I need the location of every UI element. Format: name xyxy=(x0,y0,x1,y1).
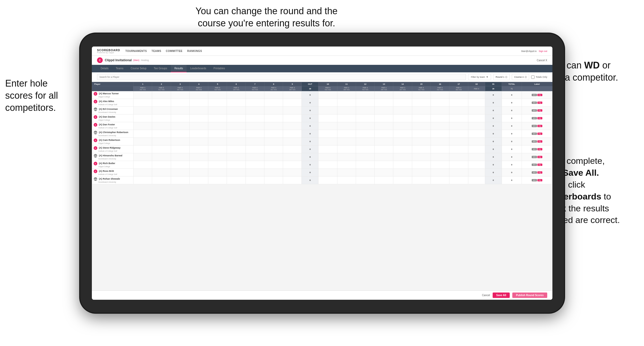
hole-2-input[interactable] xyxy=(152,99,171,107)
hole-13-input[interactable] xyxy=(375,107,393,114)
hole-17-input[interactable] xyxy=(449,138,468,145)
dq-button[interactable]: DQ xyxy=(537,109,542,112)
hole-17-input[interactable] xyxy=(449,169,468,176)
hole-6-input[interactable] xyxy=(227,114,246,122)
hole-6-input[interactable] xyxy=(227,138,246,145)
hole-8-input[interactable] xyxy=(264,169,283,176)
hole-2-input[interactable] xyxy=(152,114,171,122)
hole-15-input[interactable] xyxy=(412,122,431,130)
hole-11-input[interactable] xyxy=(337,138,356,145)
hole-6-input[interactable] xyxy=(227,91,246,99)
hole-9-input[interactable] xyxy=(283,91,302,99)
hole-14-input[interactable] xyxy=(393,169,412,176)
hole-6-input[interactable] xyxy=(227,169,246,176)
hole-2-input[interactable] xyxy=(152,161,171,169)
hole-9-input[interactable] xyxy=(283,107,302,114)
hole-5-input[interactable] xyxy=(208,91,227,99)
hole-14-input[interactable] xyxy=(393,107,412,114)
hole-2-input[interactable] xyxy=(152,130,171,138)
hole-3-input[interactable] xyxy=(171,153,189,161)
hole-18-input[interactable] xyxy=(468,91,485,99)
hole-18-input[interactable] xyxy=(468,114,485,122)
hole-12-input[interactable] xyxy=(356,122,374,130)
hole-1-input[interactable] xyxy=(134,114,152,122)
hole-17-input[interactable] xyxy=(449,161,468,169)
hole-6-input[interactable] xyxy=(227,161,246,169)
hole-3-input[interactable] xyxy=(171,161,189,169)
hole-8-input[interactable] xyxy=(264,176,283,184)
hole-16-input[interactable] xyxy=(431,91,449,99)
hole-18-input[interactable] xyxy=(468,138,485,145)
hole-2-input[interactable] xyxy=(152,122,171,130)
hole-13-input[interactable] xyxy=(375,138,393,145)
hole-6-input[interactable] xyxy=(227,153,246,161)
hole-13-input[interactable] xyxy=(375,176,393,184)
hole-3-input[interactable] xyxy=(171,99,189,107)
hole-8-input[interactable] xyxy=(264,114,283,122)
hole-11-input[interactable] xyxy=(337,176,356,184)
hole-5-input[interactable] xyxy=(208,99,227,107)
hole-2-input[interactable] xyxy=(152,145,171,153)
search-input[interactable] xyxy=(97,74,466,80)
hole-3-input[interactable] xyxy=(171,107,189,114)
hole-14-input[interactable] xyxy=(393,145,412,153)
hole-11-input[interactable] xyxy=(337,161,356,169)
sign-out-link[interactable]: Sign out xyxy=(539,50,547,52)
hole-5-input[interactable] xyxy=(208,176,227,184)
hole-10-input[interactable] xyxy=(319,122,337,130)
hole-7-input[interactable] xyxy=(246,176,264,184)
hole-7-input[interactable] xyxy=(246,91,264,99)
hole-5-input[interactable] xyxy=(208,122,227,130)
dq-button[interactable]: DQ xyxy=(537,133,542,135)
hole-16-input[interactable] xyxy=(431,114,449,122)
tab-results[interactable]: Results xyxy=(171,65,187,72)
hole-6-input[interactable] xyxy=(227,122,246,130)
hole-15-input[interactable] xyxy=(412,176,431,184)
hole-12-input[interactable] xyxy=(356,169,374,176)
hole-2-input[interactable] xyxy=(152,176,171,184)
hole-8-input[interactable] xyxy=(264,107,283,114)
hole-11-input[interactable] xyxy=(337,91,356,99)
hole-6-input[interactable] xyxy=(227,99,246,107)
nav-tournaments[interactable]: TOURNAMENTS xyxy=(125,50,147,52)
hole-12-input[interactable] xyxy=(356,145,374,153)
hole-13-input[interactable] xyxy=(375,161,393,169)
hole-10-input[interactable] xyxy=(319,153,337,161)
hole-4-input[interactable] xyxy=(189,138,208,145)
hole-10-input[interactable] xyxy=(319,91,337,99)
hole-13-input[interactable] xyxy=(375,145,393,153)
hole-15-input[interactable] xyxy=(412,99,431,107)
hole-9-input[interactable] xyxy=(283,176,302,184)
hole-11-input[interactable] xyxy=(337,169,356,176)
hole-13-input[interactable] xyxy=(375,114,393,122)
hole-9-input[interactable] xyxy=(283,130,302,138)
wd-button[interactable]: WD xyxy=(532,164,537,166)
hole-1-input[interactable] xyxy=(134,122,152,130)
wd-button[interactable]: WD xyxy=(532,102,537,104)
wd-button[interactable]: WD xyxy=(532,94,537,96)
hole-18-input[interactable] xyxy=(468,99,485,107)
dq-button[interactable]: DQ xyxy=(537,125,542,127)
hole-10-input[interactable] xyxy=(319,145,337,153)
totals-only-toggle[interactable]: Totals Only xyxy=(531,75,547,79)
wd-button[interactable]: WD xyxy=(532,179,537,181)
hole-11-input[interactable] xyxy=(337,107,356,114)
hole-16-input[interactable] xyxy=(431,161,449,169)
hole-8-input[interactable] xyxy=(264,153,283,161)
hole-15-input[interactable] xyxy=(412,161,431,169)
hole-9-input[interactable] xyxy=(283,122,302,130)
hole-18-input[interactable] xyxy=(468,122,485,130)
hole-14-input[interactable] xyxy=(393,153,412,161)
wd-button[interactable]: WD xyxy=(532,133,537,135)
hole-5-input[interactable] xyxy=(208,161,227,169)
hole-1-input[interactable] xyxy=(134,91,152,99)
hole-7-input[interactable] xyxy=(246,107,264,114)
nav-committee[interactable]: COMMITTEE xyxy=(166,50,183,52)
hole-2-input[interactable] xyxy=(152,169,171,176)
course-selector[interactable]: Course A ⟨⟩ xyxy=(512,74,529,80)
dq-button[interactable]: DQ xyxy=(537,171,542,174)
hole-7-input[interactable] xyxy=(246,138,264,145)
hole-7-input[interactable] xyxy=(246,161,264,169)
cancel-button-bottom[interactable]: Cancel xyxy=(482,294,490,297)
hole-10-input[interactable] xyxy=(319,114,337,122)
